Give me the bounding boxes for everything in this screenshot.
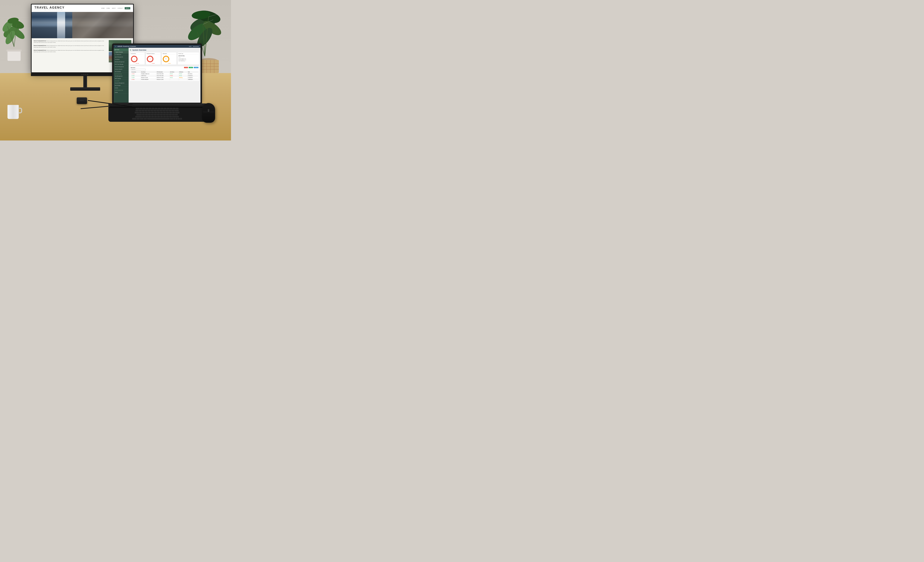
left-key[interactable]: [176, 118, 177, 120]
lshift-key[interactable]: [135, 116, 142, 117]
sidebar-security[interactable]: Security Management: [114, 66, 129, 68]
3-key[interactable]: [144, 110, 147, 111]
sidebar-license[interactable]: License: [114, 87, 129, 89]
b-key[interactable]: [154, 116, 157, 117]
f7-key[interactable]: [158, 108, 160, 109]
f5-key[interactable]: [152, 108, 154, 109]
k-key[interactable]: [163, 114, 166, 116]
sidebar-software[interactable]: Software Dispatch: [114, 68, 129, 71]
sidebar-bios[interactable]: BIOS Flash Manage...: [114, 63, 129, 66]
f8-key[interactable]: [161, 108, 164, 109]
t-key[interactable]: [151, 112, 154, 113]
delete-button[interactable]: ✕ Clear: [184, 67, 188, 68]
q-key[interactable]: [139, 112, 142, 113]
tab-key[interactable]: [135, 112, 139, 113]
f10-key[interactable]: [167, 108, 170, 109]
semicolon-key[interactable]: [169, 114, 172, 116]
f-key[interactable]: [151, 114, 154, 116]
l-key[interactable]: [166, 114, 169, 116]
f4-key[interactable]: [149, 108, 152, 109]
period-key[interactable]: [166, 116, 169, 117]
g-key[interactable]: [154, 114, 157, 116]
w-key[interactable]: [142, 112, 145, 113]
j-key[interactable]: [160, 114, 163, 116]
e-key[interactable]: [145, 112, 148, 113]
9-key[interactable]: [162, 110, 165, 111]
1-key[interactable]: [138, 110, 141, 111]
d-key[interactable]: [148, 114, 151, 116]
s-key[interactable]: [145, 114, 148, 116]
u-key[interactable]: [157, 112, 160, 113]
sidebar-accounts-mgmt[interactable]: Accounts Management: [114, 82, 129, 84]
sidebar-monitor[interactable]: ▣ Monitor: [114, 48, 129, 51]
lwin-key[interactable]: [140, 118, 143, 120]
sidebar-task-schedule[interactable]: Task Schedule: [114, 71, 129, 73]
lbracket-key[interactable]: [169, 112, 172, 113]
ralt-key[interactable]: [170, 118, 173, 120]
right-key[interactable]: [180, 118, 182, 120]
sidebar-metadata[interactable]: Metadata Management: [114, 61, 129, 63]
i-key[interactable]: [160, 112, 163, 113]
services-search[interactable]: [130, 69, 146, 71]
lctrl-key[interactable]: [132, 118, 136, 120]
fn-key[interactable]: [136, 118, 140, 120]
equals-key[interactable]: [171, 110, 174, 111]
svg-rect-10: [6, 50, 21, 51]
f2-key[interactable]: [143, 108, 146, 109]
del-key[interactable]: [176, 108, 178, 109]
c-key[interactable]: [148, 116, 151, 117]
f1-key[interactable]: [140, 108, 142, 109]
up-key[interactable]: [173, 118, 175, 120]
comma-key[interactable]: [163, 116, 166, 117]
f12-key[interactable]: [173, 108, 176, 109]
0-key[interactable]: [165, 110, 168, 111]
paragraph-3: Abstract background browse Abstract back…: [33, 50, 107, 53]
f9-key[interactable]: [164, 108, 166, 109]
escape-key[interactable]: [136, 108, 140, 109]
update-button[interactable]: ⟳ Update: [194, 67, 198, 68]
f6-key[interactable]: [155, 108, 158, 109]
backtick-key[interactable]: [135, 110, 138, 111]
6-key[interactable]: [153, 110, 156, 111]
space-key[interactable]: [147, 118, 170, 120]
sidebar-deployment[interactable]: ▤ Deployment: [114, 53, 129, 56]
m-key[interactable]: [160, 116, 163, 117]
sidebar-agent-management[interactable]: Agent Management: [114, 56, 129, 58]
enter-key[interactable]: [175, 112, 179, 113]
rbracket-key[interactable]: [172, 112, 175, 113]
lalt-key[interactable]: [144, 118, 147, 120]
7-key[interactable]: [156, 110, 159, 111]
x-key[interactable]: [145, 116, 148, 117]
z-key[interactable]: [142, 116, 145, 117]
minus-key[interactable]: [168, 110, 171, 111]
backspace-key[interactable]: [174, 110, 178, 111]
r-key[interactable]: [148, 112, 151, 113]
export-button[interactable]: ↓ Export: [189, 67, 193, 68]
5-key[interactable]: [150, 110, 153, 111]
4-key[interactable]: [147, 110, 150, 111]
rshift-key[interactable]: [172, 116, 179, 117]
sidebar-centralized[interactable]: Centralized: [114, 58, 129, 61]
8-key[interactable]: [159, 110, 162, 111]
f11-key[interactable]: [170, 108, 172, 109]
p-key[interactable]: [166, 112, 169, 113]
y-key[interactable]: [154, 112, 157, 113]
2-key[interactable]: [141, 110, 144, 111]
quote-key[interactable]: [172, 114, 175, 116]
n-key[interactable]: [157, 116, 160, 117]
a-key[interactable]: [142, 114, 145, 116]
capslock-key[interactable]: [136, 114, 142, 116]
mouse[interactable]: [202, 103, 215, 123]
sidebar-task-mgmt[interactable]: Task Management: [114, 75, 129, 77]
backslash-key[interactable]: [175, 114, 178, 116]
sidebar-smtp[interactable]: SMTP Settings: [114, 77, 129, 80]
f3-key[interactable]: [146, 108, 148, 109]
v-key[interactable]: [151, 116, 154, 117]
down-key[interactable]: [178, 118, 180, 120]
o-key[interactable]: [163, 112, 166, 113]
sidebar-system-overview[interactable]: System Overview: [114, 51, 129, 53]
h-key[interactable]: [157, 114, 160, 116]
sidebar-role[interactable]: Role Privilege: [114, 84, 129, 87]
sidebar-update[interactable]: Update: [114, 91, 129, 94]
slash-key[interactable]: [169, 116, 172, 117]
